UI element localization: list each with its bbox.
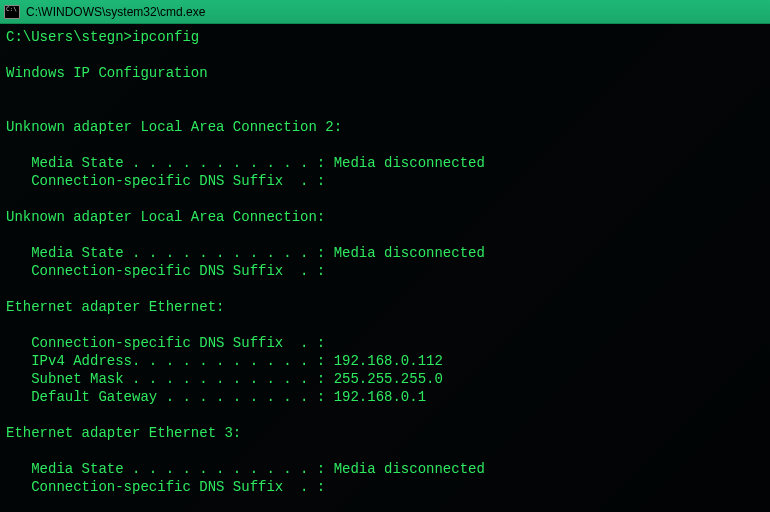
adapter-line: Media State . . . . . . . . . . . : Medi… (6, 461, 485, 477)
blank-line (6, 316, 764, 334)
blank-line (6, 442, 764, 460)
cmd-icon (4, 4, 20, 20)
adapter-line: Media State . . . . . . . . . . . : Medi… (6, 155, 485, 171)
command: ipconfig (132, 29, 199, 45)
blank-line (6, 406, 764, 424)
prompt-line: C:\Users\stegn>ipconfig (6, 29, 199, 45)
adapter-line: Subnet Mask . . . . . . . . . . . : 255.… (6, 371, 443, 387)
adapter-line: Media State . . . . . . . . . . . : Medi… (6, 245, 485, 261)
titlebar-text: C:\WINDOWS\system32\cmd.exe (26, 5, 205, 19)
adapter-title: Ethernet adapter Ethernet: (6, 299, 224, 315)
adapter-line: Connection-specific DNS Suffix . : (6, 173, 325, 189)
terminal-output[interactable]: C:\Users\stegn>ipconfig Windows IP Confi… (0, 24, 770, 512)
blank-line (6, 46, 764, 64)
adapter-line: Connection-specific DNS Suffix . : (6, 479, 325, 495)
blank-line (6, 136, 764, 154)
adapter-line: IPv4 Address. . . . . . . . . . . : 192.… (6, 353, 443, 369)
adapter-title: Unknown adapter Local Area Connection 2: (6, 119, 342, 135)
cmd-window: C:\WINDOWS\system32\cmd.exe C:\Users\ste… (0, 0, 770, 512)
blank-line (6, 190, 764, 208)
adapter-line: Default Gateway . . . . . . . . . : 192.… (6, 389, 426, 405)
adapter-title: Unknown adapter Local Area Connection: (6, 209, 325, 225)
config-header: Windows IP Configuration (6, 65, 208, 81)
adapter-line: Connection-specific DNS Suffix . : (6, 263, 325, 279)
adapter-title: Ethernet adapter Ethernet 3: (6, 425, 241, 441)
blank-line (6, 496, 764, 512)
adapter-line: Connection-specific DNS Suffix . : (6, 335, 325, 351)
titlebar[interactable]: C:\WINDOWS\system32\cmd.exe (0, 0, 770, 24)
blank-line (6, 82, 764, 100)
blank-line (6, 226, 764, 244)
blank-line (6, 280, 764, 298)
prompt: C:\Users\stegn> (6, 29, 132, 45)
